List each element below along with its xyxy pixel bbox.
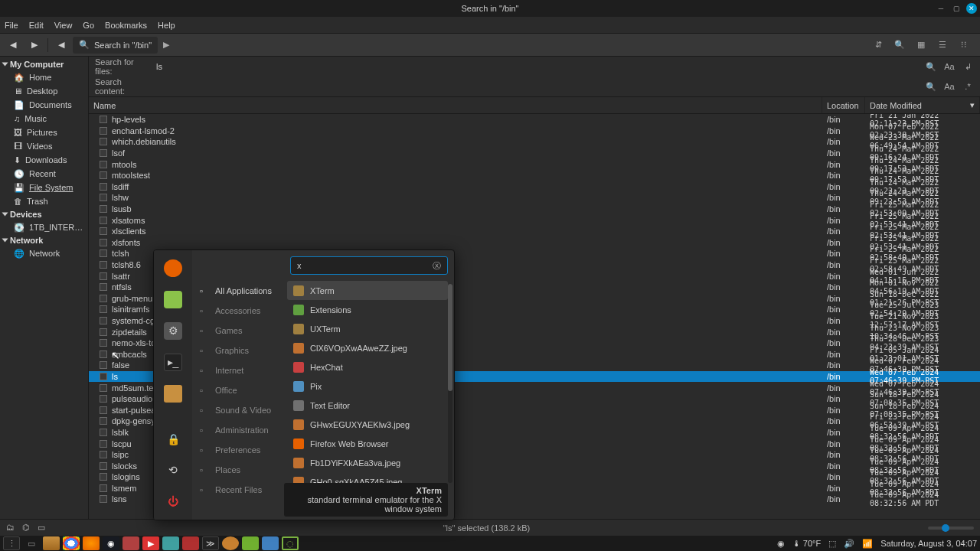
file-row[interactable]: hp-levels/binFri 21 Jan 2022 02:11:23 PM… — [89, 114, 980, 126]
panel-app-icon-6[interactable] — [262, 536, 279, 550]
panel-show-desktop[interactable]: ▭ — [23, 536, 40, 550]
toggle-location-icon[interactable]: ⇵ — [871, 38, 885, 52]
search-content-regex-icon[interactable]: .* — [962, 82, 974, 91]
file-row[interactable]: mtoolstest/binThu 24 Mar 2022 09:17:53 A… — [89, 170, 980, 181]
sm-scrollbar[interactable] — [448, 284, 452, 483]
forward-button[interactable]: ▶ — [24, 37, 44, 54]
file-row[interactable]: lsof/binThu 24 Mar 2022 09:16:24 AM PDT — [89, 148, 980, 159]
sidebar-item[interactable]: 🏠Home — [0, 70, 88, 84]
sm-software-icon[interactable] — [164, 291, 182, 308]
file-row[interactable]: lshw/binThu 24 Mar 2022 09:22:53 AM PDT — [89, 192, 980, 204]
sm-search-input[interactable] — [297, 261, 433, 270]
breadcrumb-next[interactable]: ▶ — [159, 37, 173, 54]
panel-app-icon-3[interactable] — [182, 536, 199, 550]
sidebar-section-network[interactable]: Network — [0, 234, 88, 246]
sm-result-item[interactable]: UXTerm — [287, 319, 448, 338]
panel-chrome-icon[interactable] — [63, 536, 80, 550]
sm-result-item[interactable]: GHwxEGUXYAEKlw3.jpeg — [287, 415, 448, 434]
sidebar-item[interactable]: 🌐Network — [0, 246, 88, 260]
panel-network-icon[interactable]: ⬚ — [828, 539, 836, 549]
compact-view-icon[interactable]: ⁝⁝ — [957, 38, 971, 52]
sm-power-icon[interactable]: ⏻ — [164, 493, 182, 510]
panel-app-icon-1[interactable] — [122, 536, 139, 550]
sm-category[interactable]: ▫Graphics — [192, 341, 284, 360]
sidebar-item[interactable]: ⬇Downloads — [0, 153, 88, 167]
panel-clock[interactable]: Saturday, August 3, 04:07 — [880, 539, 977, 548]
sidebar-item[interactable]: 📄Documents — [0, 98, 88, 112]
panel-media-icon[interactable]: ▶ — [142, 536, 159, 550]
panel-menu-button[interactable]: ⋮ — [3, 536, 20, 550]
file-row[interactable]: mtools/binThu 24 Mar 2022 09:17:53 AM PD… — [89, 158, 980, 170]
panel-app-icon-5[interactable] — [242, 536, 259, 550]
sm-category[interactable]: ▫Sound & Video — [192, 400, 284, 420]
menu-view[interactable]: View — [54, 21, 73, 30]
search-toggle-icon[interactable]: 🔍 — [893, 38, 906, 52]
panel-terminal-icon[interactable]: ≫ — [202, 536, 219, 550]
search-content-go-icon[interactable]: 🔍 — [925, 82, 937, 92]
panel-steam-icon[interactable]: ◉ — [103, 536, 119, 550]
sidebar-item[interactable]: ♫Music — [0, 112, 88, 126]
breadcrumb-search[interactable]: 🔍 Search in "/bin" — [73, 37, 158, 54]
panel-mint-icon[interactable]: ◌ — [282, 536, 299, 550]
search-content-input[interactable] — [156, 79, 919, 94]
up-button[interactable]: ◀ — [51, 37, 71, 54]
sidebar-item[interactable]: 🖼Pictures — [0, 126, 88, 139]
menu-go[interactable]: Go — [83, 21, 94, 30]
column-location[interactable]: Location — [822, 97, 865, 113]
search-files-case-icon[interactable]: Aa — [943, 62, 956, 71]
sm-result-item[interactable]: Firefox Web Browser — [287, 434, 448, 453]
back-button[interactable]: ◀ — [3, 37, 23, 54]
file-row[interactable]: xlsatoms/binFri 25 Mar 2022 02:53:41 AM … — [89, 214, 980, 226]
grid-view-icon[interactable]: ▦ — [914, 38, 928, 52]
sm-category[interactable]: ▫Recent Files — [192, 480, 284, 500]
sm-category[interactable]: ▫Games — [192, 321, 284, 341]
sidebar-item[interactable]: 🕓Recent — [0, 167, 88, 181]
search-files-input[interactable] — [156, 59, 919, 74]
sm-result-item[interactable]: XTerm — [287, 281, 448, 300]
panel-app-icon-2[interactable] — [162, 536, 179, 550]
search-files-expand-icon[interactable]: ↲ — [962, 62, 974, 72]
sm-firefox-icon[interactable] — [164, 259, 182, 277]
sm-category[interactable]: ▫Preferences — [192, 440, 284, 460]
statusbar-tree-icon[interactable]: ⌬ — [22, 523, 30, 533]
file-row[interactable]: lsusb/binFri 25 Mar 2022 02:53:09 AM PDT — [89, 204, 980, 215]
panel-wifi-icon[interactable]: 📶 — [862, 539, 873, 549]
sidebar-item[interactable]: 🗑Trash — [0, 194, 88, 208]
search-content-case-icon[interactable]: Aa — [943, 82, 956, 91]
zoom-slider[interactable] — [928, 527, 974, 530]
sm-result-item[interactable]: Text Editor — [287, 396, 448, 415]
sm-category[interactable]: ▫Places — [192, 460, 284, 480]
file-row[interactable]: which.debianutils/binWed 23 Mar 2022 06:… — [89, 136, 980, 148]
file-row[interactable]: lsdiff/binThu 24 Mar 2022 09:22:23 AM PD… — [89, 181, 980, 193]
sm-result-item[interactable]: HexChat — [287, 357, 448, 377]
sm-result-item[interactable]: Pix — [287, 377, 448, 396]
sm-category[interactable]: ▫Internet — [192, 360, 284, 380]
sidebar-item[interactable]: 💾File System — [0, 181, 88, 194]
sm-search-box[interactable]: ⓧ — [290, 256, 448, 275]
panel-firefox-icon[interactable] — [83, 536, 100, 550]
sm-category[interactable]: ▫All Applications — [192, 281, 284, 301]
file-row[interactable]: xlsclients/binFri 25 Mar 2022 02:53:41 A… — [89, 226, 980, 237]
panel-weather[interactable]: 🌡 70°F — [792, 539, 821, 548]
panel-app-icon-4[interactable] — [222, 536, 239, 550]
column-name[interactable]: Name — [89, 97, 822, 113]
sidebar-section-devices[interactable]: Devices — [0, 208, 88, 220]
sm-clear-icon[interactable]: ⓧ — [433, 260, 441, 272]
column-date[interactable]: Date Modified▾ — [865, 97, 980, 113]
sm-files-icon[interactable] — [164, 385, 182, 403]
list-view-icon[interactable]: ☰ — [936, 38, 949, 52]
menu-help[interactable]: Help — [158, 21, 175, 30]
sm-category[interactable]: ▫Accessories — [192, 301, 284, 321]
menu-bookmarks[interactable]: Bookmarks — [105, 21, 147, 30]
sm-category[interactable]: ▫Administration — [192, 420, 284, 440]
panel-obs-icon[interactable]: ◉ — [777, 539, 785, 549]
search-files-go-icon[interactable]: 🔍 — [925, 62, 937, 72]
file-row[interactable]: enchant-lsmod-2/binMon 07 Feb 2022 02:23… — [89, 126, 980, 137]
panel-volume-icon[interactable]: 🔊 — [844, 539, 854, 549]
file-row[interactable]: xlsfonts/binFri 25 Mar 2022 02:53:41 AM … — [89, 237, 980, 249]
panel-files-icon[interactable] — [43, 536, 60, 550]
sidebar-item[interactable]: 🎞Videos — [0, 139, 88, 153]
sm-settings-icon[interactable]: ⚙ — [164, 322, 182, 340]
sidebar-section-computer[interactable]: My Computer — [0, 58, 88, 70]
menu-file[interactable]: File — [5, 21, 18, 30]
